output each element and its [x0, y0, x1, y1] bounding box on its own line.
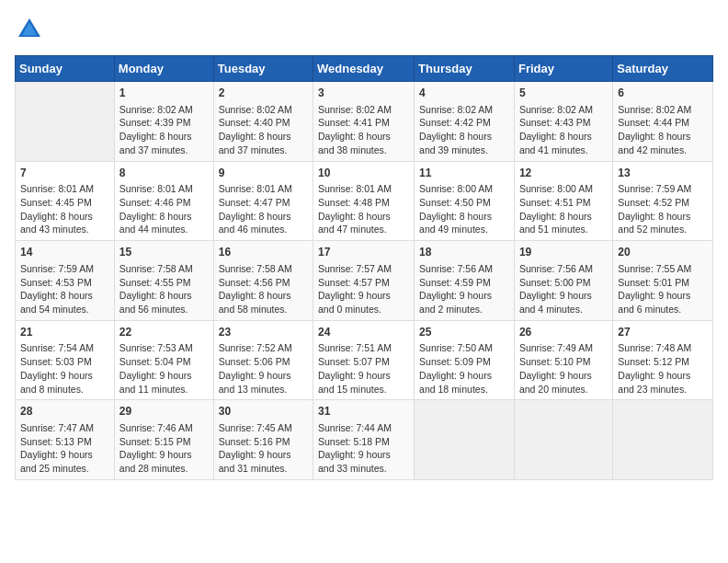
calendar-cell: 22Sunrise: 7:53 AM Sunset: 5:04 PM Dayli… — [114, 320, 213, 400]
calendar-cell: 6Sunrise: 8:02 AM Sunset: 4:44 PM Daylig… — [613, 82, 713, 162]
calendar-cell: 24Sunrise: 7:51 AM Sunset: 5:07 PM Dayli… — [313, 320, 415, 400]
day-header-thursday: Thursday — [415, 56, 515, 82]
day-info: Sunrise: 7:49 AM Sunset: 5:10 PM Dayligh… — [519, 341, 608, 396]
day-info: Sunrise: 7:48 AM Sunset: 5:12 PM Dayligh… — [618, 341, 708, 396]
logo-icon — [15, 15, 44, 44]
calendar-cell: 25Sunrise: 7:50 AM Sunset: 5:09 PM Dayli… — [415, 320, 515, 400]
calendar-cell: 23Sunrise: 7:52 AM Sunset: 5:06 PM Dayli… — [213, 320, 313, 400]
calendar-cell: 5Sunrise: 8:02 AM Sunset: 4:43 PM Daylig… — [514, 82, 612, 162]
week-row-1: 1Sunrise: 8:02 AM Sunset: 4:39 PM Daylig… — [16, 82, 713, 162]
calendar-cell: 21Sunrise: 7:54 AM Sunset: 5:03 PM Dayli… — [16, 320, 115, 400]
calendar-cell: 26Sunrise: 7:49 AM Sunset: 5:10 PM Dayli… — [514, 320, 612, 400]
day-info: Sunrise: 8:01 AM Sunset: 4:48 PM Dayligh… — [318, 182, 409, 236]
day-number: 18 — [419, 245, 509, 260]
day-number: 26 — [519, 325, 608, 340]
day-info: Sunrise: 7:44 AM Sunset: 5:18 PM Dayligh… — [318, 421, 409, 476]
calendar-cell: 15Sunrise: 7:58 AM Sunset: 4:55 PM Dayli… — [114, 241, 213, 321]
day-number: 9 — [219, 166, 308, 181]
calendar-cell — [613, 400, 713, 480]
calendar-cell: 7Sunrise: 8:01 AM Sunset: 4:45 PM Daylig… — [16, 161, 115, 241]
calendar-cell: 16Sunrise: 7:58 AM Sunset: 4:56 PM Dayli… — [213, 241, 313, 321]
day-number: 12 — [519, 166, 608, 181]
day-number: 11 — [419, 166, 509, 181]
calendar-cell — [514, 400, 612, 480]
day-info: Sunrise: 7:52 AM Sunset: 5:06 PM Dayligh… — [219, 341, 308, 396]
day-number: 13 — [618, 166, 708, 181]
day-number: 20 — [618, 245, 708, 260]
week-row-2: 7Sunrise: 8:01 AM Sunset: 4:45 PM Daylig… — [16, 161, 713, 241]
day-info: Sunrise: 7:46 AM Sunset: 5:15 PM Dayligh… — [119, 421, 209, 476]
calendar-cell: 31Sunrise: 7:44 AM Sunset: 5:18 PM Dayli… — [313, 400, 415, 480]
calendar-cell: 11Sunrise: 8:00 AM Sunset: 4:50 PM Dayli… — [415, 161, 515, 241]
calendar-cell: 28Sunrise: 7:47 AM Sunset: 5:13 PM Dayli… — [16, 400, 115, 480]
calendar-cell: 12Sunrise: 8:00 AM Sunset: 4:51 PM Dayli… — [514, 161, 612, 241]
calendar-cell: 4Sunrise: 8:02 AM Sunset: 4:42 PM Daylig… — [415, 82, 515, 162]
day-info: Sunrise: 7:54 AM Sunset: 5:03 PM Dayligh… — [20, 341, 109, 396]
day-info: Sunrise: 7:56 AM Sunset: 4:59 PM Dayligh… — [419, 262, 509, 316]
calendar-cell — [16, 82, 115, 162]
day-number: 10 — [318, 166, 409, 181]
day-header-saturday: Saturday — [613, 56, 713, 82]
day-number: 15 — [119, 245, 209, 260]
day-info: Sunrise: 7:59 AM Sunset: 4:52 PM Dayligh… — [618, 182, 708, 236]
day-info: Sunrise: 8:01 AM Sunset: 4:46 PM Dayligh… — [119, 182, 209, 236]
day-number: 3 — [318, 86, 409, 101]
page-header — [15, 15, 713, 44]
calendar-cell: 1Sunrise: 8:02 AM Sunset: 4:39 PM Daylig… — [114, 82, 213, 162]
day-number: 30 — [219, 404, 308, 419]
calendar-cell: 2Sunrise: 8:02 AM Sunset: 4:40 PM Daylig… — [213, 82, 313, 162]
day-number: 31 — [318, 404, 409, 419]
day-number: 21 — [20, 325, 109, 340]
day-number: 23 — [219, 325, 308, 340]
day-number: 25 — [419, 325, 509, 340]
week-row-4: 21Sunrise: 7:54 AM Sunset: 5:03 PM Dayli… — [16, 320, 713, 400]
day-info: Sunrise: 8:02 AM Sunset: 4:44 PM Dayligh… — [618, 103, 708, 157]
calendar-cell: 30Sunrise: 7:45 AM Sunset: 5:16 PM Dayli… — [213, 400, 313, 480]
day-number: 29 — [119, 404, 209, 419]
day-info: Sunrise: 8:02 AM Sunset: 4:40 PM Dayligh… — [219, 103, 308, 157]
day-number: 8 — [119, 166, 209, 181]
day-number: 2 — [219, 86, 308, 101]
calendar-cell: 18Sunrise: 7:56 AM Sunset: 4:59 PM Dayli… — [415, 241, 515, 321]
day-number: 16 — [219, 245, 308, 260]
calendar-cell: 3Sunrise: 8:02 AM Sunset: 4:41 PM Daylig… — [313, 82, 415, 162]
day-number: 6 — [618, 86, 708, 101]
day-info: Sunrise: 7:59 AM Sunset: 4:53 PM Dayligh… — [20, 262, 109, 316]
calendar-cell: 9Sunrise: 8:01 AM Sunset: 4:47 PM Daylig… — [213, 161, 313, 241]
day-info: Sunrise: 8:00 AM Sunset: 4:50 PM Dayligh… — [419, 182, 509, 236]
day-info: Sunrise: 7:51 AM Sunset: 5:07 PM Dayligh… — [318, 341, 409, 396]
day-info: Sunrise: 7:50 AM Sunset: 5:09 PM Dayligh… — [419, 341, 509, 396]
day-info: Sunrise: 7:53 AM Sunset: 5:04 PM Dayligh… — [119, 341, 209, 396]
day-header-friday: Friday — [514, 56, 612, 82]
day-info: Sunrise: 7:56 AM Sunset: 5:00 PM Dayligh… — [519, 262, 608, 316]
day-number: 24 — [318, 325, 409, 340]
calendar-cell: 29Sunrise: 7:46 AM Sunset: 5:15 PM Dayli… — [114, 400, 213, 480]
calendar-cell: 19Sunrise: 7:56 AM Sunset: 5:00 PM Dayli… — [514, 241, 612, 321]
calendar-cell: 10Sunrise: 8:01 AM Sunset: 4:48 PM Dayli… — [313, 161, 415, 241]
week-row-3: 14Sunrise: 7:59 AM Sunset: 4:53 PM Dayli… — [16, 241, 713, 321]
day-info: Sunrise: 8:01 AM Sunset: 4:45 PM Dayligh… — [20, 182, 109, 236]
calendar-cell: 13Sunrise: 7:59 AM Sunset: 4:52 PM Dayli… — [613, 161, 713, 241]
day-info: Sunrise: 7:55 AM Sunset: 5:01 PM Dayligh… — [618, 262, 708, 316]
day-number: 7 — [20, 166, 109, 181]
day-number: 22 — [119, 325, 209, 340]
logo — [15, 15, 48, 44]
day-header-monday: Monday — [114, 56, 213, 82]
day-header-sunday: Sunday — [16, 56, 115, 82]
day-info: Sunrise: 8:01 AM Sunset: 4:47 PM Dayligh… — [219, 182, 308, 236]
calendar-cell: 27Sunrise: 7:48 AM Sunset: 5:12 PM Dayli… — [613, 320, 713, 400]
day-info: Sunrise: 7:45 AM Sunset: 5:16 PM Dayligh… — [219, 421, 308, 476]
day-header-wednesday: Wednesday — [313, 56, 415, 82]
day-number: 5 — [519, 86, 608, 101]
calendar-table: SundayMondayTuesdayWednesdayThursdayFrid… — [15, 55, 713, 480]
day-info: Sunrise: 7:47 AM Sunset: 5:13 PM Dayligh… — [20, 421, 109, 476]
day-info: Sunrise: 8:02 AM Sunset: 4:41 PM Dayligh… — [318, 103, 409, 157]
calendar-cell: 14Sunrise: 7:59 AM Sunset: 4:53 PM Dayli… — [16, 241, 115, 321]
day-info: Sunrise: 7:58 AM Sunset: 4:55 PM Dayligh… — [119, 262, 209, 316]
calendar-header-row: SundayMondayTuesdayWednesdayThursdayFrid… — [16, 56, 713, 82]
day-number: 4 — [419, 86, 509, 101]
day-info: Sunrise: 7:58 AM Sunset: 4:56 PM Dayligh… — [219, 262, 308, 316]
calendar-cell: 17Sunrise: 7:57 AM Sunset: 4:57 PM Dayli… — [313, 241, 415, 321]
calendar-cell: 20Sunrise: 7:55 AM Sunset: 5:01 PM Dayli… — [613, 241, 713, 321]
day-header-tuesday: Tuesday — [213, 56, 313, 82]
